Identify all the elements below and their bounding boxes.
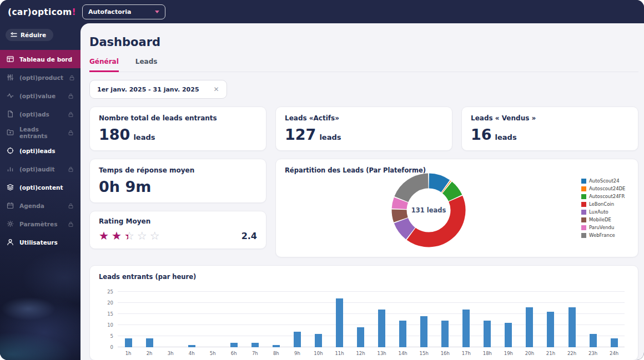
rating-title: Rating Moyen [99,217,257,225]
bar-chart-icon [7,165,14,173]
bar-17h [462,310,470,347]
sidebar-item-tableau-de-bord[interactable]: Tableau de bord [0,50,80,68]
page-title: Dashboard [89,36,638,49]
bar-slot-18h [477,292,498,347]
star-icon: ☆★ [99,230,109,241]
leads-per-hour-chart-card: Leads entrants (par heure) 0510152025 1h… [89,265,638,360]
app-window: (car)opticom! Autofactoria Réduire Table… [0,0,644,360]
kpi-value: 16leads [471,127,629,142]
x-axis-tick: 10h [308,351,329,356]
kpi-number: 127 [285,126,316,143]
y-axis-tick: 5 [99,333,113,339]
sidebar-item-optiaudit[interactable]: (opti)audit [0,160,80,178]
legend-item-LuxAuto[interactable]: LuxAuto [581,209,633,215]
bar-slot-2h [139,292,160,347]
kpi-unit: leads [495,133,517,141]
sidebar-item-label: (opti)ads [19,111,49,118]
sidebar-item-optiproduct[interactable]: (opti)product [0,68,80,87]
bar-slot-11h [329,292,350,347]
collapse-sidebar-button[interactable]: Réduire [6,29,53,41]
legend-label: LuxAuto [589,209,608,215]
bars-row [118,292,625,347]
sidebar-item-agenda[interactable]: Agenda [0,196,80,215]
legend-item-AutoScout24[interactable]: AutoScout24 [581,178,633,184]
x-axis-tick: 21h [540,351,561,356]
legend-label: Autoscout24FR [589,194,625,199]
tab-bar: Général Leads [89,58,638,72]
legend-item-MobileDE[interactable]: MobileDE [581,217,633,222]
x-axis-tick: 17h [456,351,477,356]
bar-slot-13h [371,292,393,347]
bar-slot-1h [118,292,139,347]
sidebar-item-label: Utilisateurs [19,239,58,246]
bar-slot-6h [223,292,244,347]
date-range-filter[interactable]: 1er janv. 2025 - 31 janv. 2025 ✕ [89,80,227,99]
legend-item-Autoscout24DE[interactable]: Autoscout24DE [581,186,633,191]
kpi-unit: leads [133,133,155,141]
date-range-value: 1er janv. 2025 - 31 janv. 2025 [97,86,199,93]
sliders-icon [7,74,14,81]
sidebar-item-optileads[interactable]: (opti)leads [0,141,80,160]
kpi-title: Leads «Actifs» [285,114,443,122]
kpi-card-total-leads: Nombre total de leads entrants 180leads [89,107,266,151]
x-axis-tick: 12h [350,351,371,356]
sidebar-item-optiads[interactable]: (opti)ads [0,105,80,123]
legend-swatch [581,233,586,238]
legend-item-Autoscout24FR[interactable]: Autoscout24FR [581,194,633,199]
x-axis-tick: 11h [329,351,350,356]
lock-icon [68,166,74,173]
sidebar-item-optivalue[interactable]: (opti)value [0,87,80,105]
bar-19h [505,323,512,347]
bar-slot-4h [181,292,202,347]
organization-selector-value: Autofactoria [88,8,131,16]
gear-icon [7,220,14,227]
legend-label: WebFrance [589,232,615,238]
kpi-title: Temps de réponse moyen [99,166,257,174]
bar-8h [273,345,280,347]
kpi-title: Leads « Vendus » [471,114,629,122]
legend-item-ParuVendu[interactable]: ParuVendu [581,225,633,230]
lock-icon [68,129,74,136]
bar-11h [336,298,343,347]
tab-leads[interactable]: Leads [135,58,158,72]
sidebar-item-label: (opti)value [19,93,56,99]
legend-item-LeBonCoin[interactable]: LeBonCoin [581,201,633,207]
close-icon[interactable]: ✕ [214,85,219,93]
lock-icon [68,221,74,227]
sidebar-item-leads-entrants[interactable]: Leads entrants [0,123,80,141]
organization-selector[interactable]: Autofactoria [82,4,165,19]
calendar-icon [7,202,14,209]
user-icon [7,239,14,246]
target-icon [7,147,14,154]
sidebar-item-label: Leads entrants [19,126,62,139]
x-axis-tick: 23h [582,351,603,356]
bar-slot-21h [540,292,561,347]
bar-slot-17h [456,292,477,347]
bar-9h [294,332,301,347]
y-axis-tick: 20 [99,300,113,306]
star-icon: ☆ [137,230,147,241]
y-axis-tick: 0 [99,344,113,350]
legend-label: Autoscout24DE [589,186,626,191]
rating-value: 2.4 [242,231,257,241]
star-icon: ☆★ [124,230,134,241]
legend-swatch [581,210,586,215]
sidebar-item-utilisateurs[interactable]: Utilisateurs [0,233,80,251]
x-axis-tick: 15h [414,351,435,356]
x-axis-tick: 24h [603,351,625,356]
sidebar: Réduire Tableau de bord (opti)product (o… [0,23,80,360]
bar-slot-16h [435,292,456,347]
bar-slot-19h [498,292,519,347]
sidebar-item-opticontent[interactable]: (opti)content [0,178,80,196]
logo-text: (car)opticom [8,7,72,17]
sidebar-item-parametres[interactable]: Paramètres [0,215,80,233]
pie-chart-legend: AutoScout24Autoscout24DEAutoscout24FRLeB… [581,159,638,257]
rating-stars: ☆★☆★☆★☆☆ [99,230,160,241]
bar-slot-10h [308,292,329,347]
x-axis-tick: 20h [519,351,540,356]
y-axis-tick: 25 [99,289,113,295]
tab-general[interactable]: Général [89,58,119,72]
bar-18h [484,321,491,347]
legend-swatch [581,179,586,184]
legend-item-WebFrance[interactable]: WebFrance [581,232,633,238]
